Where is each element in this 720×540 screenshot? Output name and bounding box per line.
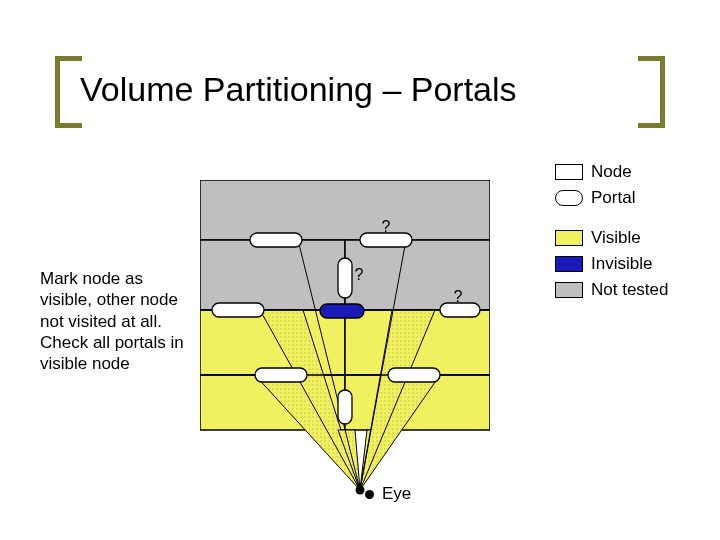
legend-node-label: Node [591,162,632,182]
legend-not-tested: Not tested [555,280,669,300]
node-swatch-icon [555,164,583,180]
portal-lower-left-bottom [255,368,307,382]
node-top [200,180,490,240]
portal-mid-right-lower [440,303,480,317]
legend-invisible: Invisible [555,254,669,274]
visible-swatch-icon [555,230,583,246]
portal-swatch-icon [555,190,583,206]
eye-label: Eye [365,484,411,504]
legend-portal: Portal [555,188,669,208]
invisible-swatch-icon [555,256,583,272]
portal-mid-left-lower [212,303,264,317]
portal-top-right [360,233,412,247]
legend-visible: Visible [555,228,669,248]
legend: Node Portal Visible Invisible Not tested [555,162,669,306]
legend-nottested-label: Not tested [591,280,669,300]
portal-diagram: ? ? ? [200,180,490,430]
nottested-swatch-icon [555,282,583,298]
slide-title: Volume Partitioning – Portals [80,70,517,109]
question-mark-top: ? [382,218,391,235]
legend-visible-label: Visible [591,228,641,248]
eye-label-text: Eye [382,484,411,504]
portal-invisible [320,304,364,318]
eye-point [356,486,365,495]
question-mark-right: ? [454,288,463,305]
portal-lower-right-bottom [388,368,440,382]
side-caption: Mark node as visible, other node not vis… [40,268,185,374]
portal-top-left [250,233,302,247]
legend-node: Node [555,162,669,182]
portal-bottom-vertical [338,390,352,424]
title-bracket-left [55,56,82,128]
eye-dot-icon [365,490,374,499]
question-mark-mid: ? [355,266,364,283]
node-mid-right [345,240,490,310]
title-bracket-right [638,56,665,128]
legend-portal-label: Portal [591,188,635,208]
node-mid-left [200,240,345,310]
legend-invisible-label: Invisible [591,254,652,274]
portal-mid-vertical [338,258,352,298]
